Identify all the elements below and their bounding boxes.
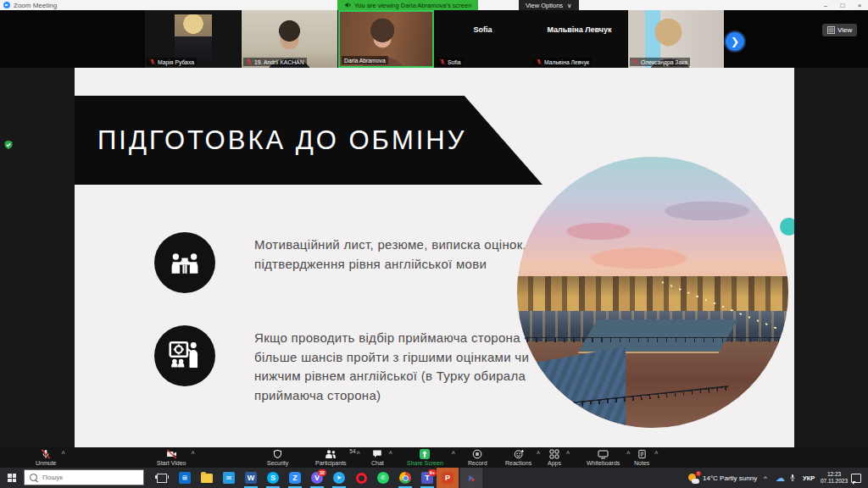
chevron-up-icon[interactable]: ^: [191, 451, 194, 457]
presentation-slide: ПІДГОТОВКА ДО ОБМІНУ Мотиваційний лист, …: [75, 68, 794, 447]
reactions-button[interactable]: Reactions ^: [505, 449, 531, 466]
clock-widget[interactable]: 12:2307.11.2023: [821, 468, 848, 488]
zoom-app-icon[interactable]: Z: [287, 470, 303, 485]
search-input[interactable]: [41, 473, 129, 482]
participant-display-name: Sofia: [435, 25, 531, 34]
apps-icon: [549, 449, 559, 459]
participant-name: Sofia: [448, 59, 461, 65]
windows-logo-icon: [8, 474, 16, 482]
weather-temp: 14°C: [703, 474, 718, 482]
taskbar-search[interactable]: [24, 469, 144, 485]
accent-dot: [780, 218, 794, 236]
next-participants-button[interactable]: ❯: [726, 32, 744, 51]
powerpoint-active-app[interactable]: P: [437, 468, 459, 488]
chevron-up-icon[interactable]: ^: [566, 451, 570, 457]
record-button[interactable]: Record: [468, 449, 487, 466]
view-layout-button[interactable]: View: [822, 24, 857, 36]
participant-tile-active-speaker[interactable]: Daria Abramova: [338, 10, 434, 68]
apps-button[interactable]: Apps ^: [548, 449, 561, 466]
chevron-up-icon[interactable]: ^: [626, 451, 630, 457]
participant-display-name: Мальвіна Левчук: [531, 25, 627, 34]
camera-off-icon: [166, 449, 177, 459]
share-screen-button[interactable]: Share Screen ^: [407, 449, 443, 466]
chevron-up-icon[interactable]: ^: [654, 451, 658, 457]
slide-title: ПІДГОТОВКА ДО ОБМІНУ: [75, 125, 466, 156]
zoom-logo-icon: [3, 2, 10, 8]
chrome-app-icon[interactable]: [398, 470, 413, 485]
harbour-sunset-photo: [517, 157, 788, 428]
whiteboard-icon: [598, 449, 609, 459]
participants-button[interactable]: 54 Participants ^: [315, 449, 347, 466]
start-video-button[interactable]: Start Video ^: [157, 449, 186, 466]
muted-mic-icon: [439, 58, 446, 65]
chevron-down-icon: ∨: [567, 2, 572, 9]
training-presentation-icon: [154, 325, 215, 386]
notes-icon: [637, 449, 647, 459]
participant-tile[interactable]: Олександра Зака: [628, 10, 724, 68]
teams-badge: 9+: [428, 469, 437, 476]
record-icon: [472, 449, 482, 459]
active-app-icon: [466, 473, 477, 484]
start-button[interactable]: [0, 468, 24, 488]
shield-icon: [273, 449, 282, 459]
viewing-screen-banner: You are viewing Daria Abramova's screen: [337, 0, 478, 10]
opera-app-icon[interactable]: [353, 470, 369, 485]
participant-name: Daria Abramova: [344, 58, 386, 64]
mic-muted-icon: [41, 449, 51, 459]
view-options-button[interactable]: View Options ∨: [519, 0, 579, 10]
participant-tile[interactable]: Sofia Мальвіна Левчук Sofia: [435, 10, 531, 68]
muted-mic-icon: [632, 58, 639, 65]
tray-time: 12:23: [827, 471, 841, 477]
chevron-up-icon[interactable]: ^: [537, 451, 540, 457]
notes-button[interactable]: Notes ^: [634, 449, 649, 466]
search-icon: [30, 474, 37, 481]
video-strip: Марія Рубаха 19. Andrii KACHAN Daria Abr…: [0, 10, 868, 68]
onedrive-icon[interactable]: ☁: [776, 468, 785, 488]
tray-date: 07.11.2023: [821, 478, 848, 484]
weather-icon: !: [688, 473, 699, 484]
participant-tile[interactable]: Марія Рубаха: [145, 10, 241, 68]
meeting-table-icon: [154, 232, 215, 293]
bullet-text: Якщо проводить відбір приймаюча сторона …: [254, 329, 541, 405]
tray-expand-button[interactable]: ^: [764, 468, 767, 488]
maximize-button[interactable]: □: [834, 0, 851, 10]
tray-mic-icon[interactable]: [789, 468, 796, 488]
viber-badge: 32: [318, 469, 326, 476]
viber-app-icon[interactable]: V32: [309, 470, 325, 485]
task-view-icon: [157, 474, 167, 483]
chevron-up-icon[interactable]: ^: [61, 451, 64, 457]
security-button[interactable]: Security: [267, 449, 288, 466]
viewing-screen-message: You are viewing Daria Abramova's screen: [354, 2, 471, 9]
muted-mic-icon: [246, 58, 253, 65]
file-explorer-icon[interactable]: [199, 470, 214, 485]
chevron-up-icon[interactable]: ^: [452, 451, 455, 457]
chevron-up-icon[interactable]: ^: [356, 451, 359, 457]
participant-tile[interactable]: Мальвіна Левчук Мальвіна Левчук: [531, 10, 627, 68]
chevron-up-icon: ^: [764, 474, 767, 482]
action-center-button[interactable]: [851, 468, 861, 488]
minimize-button[interactable]: –: [817, 0, 834, 10]
store-app-icon[interactable]: ⊞: [177, 470, 192, 485]
teams-app-icon[interactable]: T9+: [420, 470, 435, 485]
word-app-icon[interactable]: W: [243, 470, 259, 485]
task-view-button[interactable]: [154, 470, 170, 485]
whatsapp-app-icon[interactable]: ✆: [376, 470, 391, 485]
participant-tile[interactable]: 19. Andrii KACHAN: [242, 10, 337, 68]
unmute-button[interactable]: Unmute ^: [36, 449, 57, 466]
participants-count: 54: [349, 448, 355, 454]
participant-name: Мальвіна Левчук: [544, 59, 589, 65]
muted-mic-icon: [536, 58, 542, 65]
close-button[interactable]: ×: [851, 0, 868, 10]
telegram-app-icon[interactable]: ➤: [331, 470, 347, 485]
skype-app-icon[interactable]: S: [265, 470, 281, 485]
language-indicator[interactable]: УКР: [803, 468, 815, 488]
weather-widget[interactable]: ! 14°C Partly sunny: [688, 468, 757, 488]
participant-photo: [175, 14, 212, 62]
security-shield-icon: [3, 140, 14, 150]
chat-button[interactable]: Chat ^: [371, 449, 384, 466]
chevron-up-icon[interactable]: ^: [389, 451, 392, 457]
mail-app-icon[interactable]: ✉: [221, 470, 236, 485]
zoom-toolbar: Unmute ^ Start Video ^ Security 54 Parti…: [0, 447, 868, 468]
whiteboards-button[interactable]: Whiteboards ^: [587, 449, 620, 466]
active-app-window[interactable]: [460, 468, 482, 488]
